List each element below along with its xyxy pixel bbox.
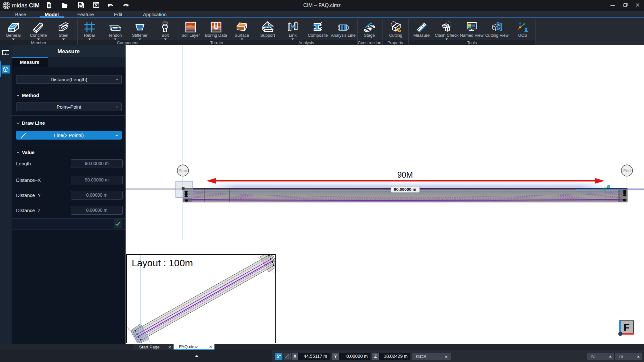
svg-text:Start: Start	[178, 168, 187, 173]
svg-text:90.00000 m: 90.00000 m	[394, 187, 416, 192]
svg-text:Layout : 100m: Layout : 100m	[132, 258, 193, 268]
svg-text:90M: 90M	[397, 170, 413, 179]
svg-text:End: End	[623, 168, 630, 173]
